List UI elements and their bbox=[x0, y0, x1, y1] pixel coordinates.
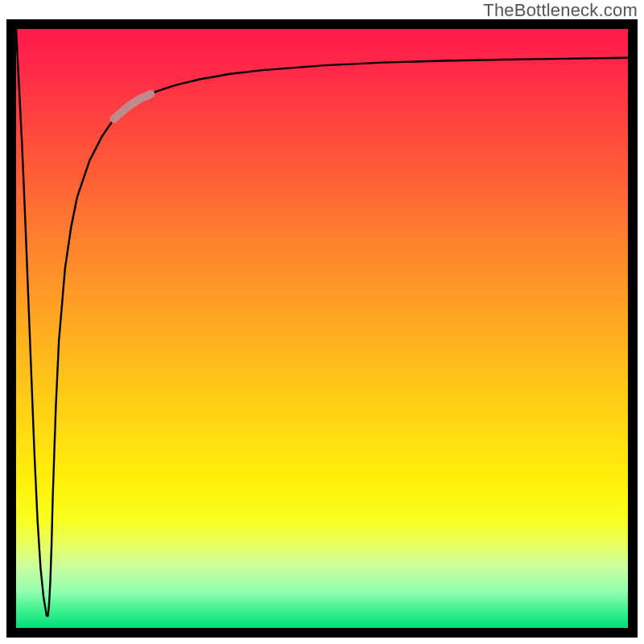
bottleneck-curve bbox=[16, 29, 628, 616]
curve-highlight-segment bbox=[114, 94, 151, 119]
watermark-label: TheBottleneck.com bbox=[483, 0, 638, 21]
chart-container: TheBottleneck.com bbox=[0, 0, 644, 644]
curve-svg bbox=[16, 29, 628, 628]
plot-area bbox=[6, 19, 638, 638]
